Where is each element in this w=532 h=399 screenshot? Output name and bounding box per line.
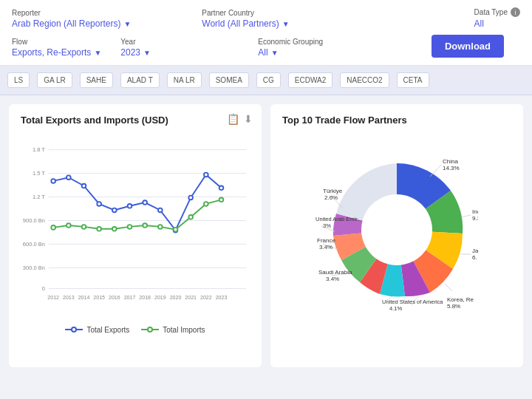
svg-point-46 [174,228,178,232]
economic-grouping-group: Economic Grouping All ▼ [258,38,347,58]
donut-chart-card: Top 10 Trade Flow Partners [270,104,523,367]
filter-row-2: Flow Exports, Re-Exports ▼ Year 2023 ▼ E… [12,35,520,58]
data-type-label: Data Type [474,8,508,16]
svg-point-48 [204,202,208,206]
scroll-item: ECDWA2 [288,72,332,88]
data-type-group: Data Type i All [474,7,520,29]
partner-label: Partner Country [202,9,290,17]
svg-text:2022: 2022 [200,295,212,300]
scroll-item: LS [7,72,30,88]
svg-text:India: India [472,208,478,215]
scroll-item: ALAD T [120,72,160,88]
svg-point-49 [219,197,224,202]
svg-text:United States of America: United States of America [382,299,443,305]
svg-line-55 [430,165,441,177]
svg-point-44 [143,223,147,228]
filter-row-1: Reporter Arab Region (All Reporters) ▼ P… [12,7,520,29]
svg-point-36 [204,173,208,177]
scroll-item: NA LR [167,72,202,88]
svg-text:2013: 2013 [63,295,75,300]
line-chart-card: Total Exports and Imports (USD) 📋 ⬇ 1.8 … [9,104,262,367]
svg-point-53 [148,327,152,332]
download-chart-icon[interactable]: ⬇ [244,113,253,125]
svg-point-39 [66,223,71,228]
svg-text:0: 0 [42,285,45,292]
svg-point-35 [188,196,193,200]
economic-grouping-label: Economic Grouping [258,38,347,46]
svg-point-26 [51,179,55,183]
partner-value: World (All Partners) [202,18,279,29]
svg-text:2017: 2017 [124,295,136,300]
scroll-strip: LS GA LR SAHE ALAD T NA LR SOMEA CG ECDW… [0,66,532,95]
svg-text:United Arab Emir...: United Arab Emir... [316,216,362,222]
svg-text:9.3%: 9.3% [472,215,478,222]
svg-point-47 [188,215,193,219]
year-value: 2023 [120,47,140,58]
svg-point-43 [128,225,132,229]
line-chart-svg-container: 1.8 T 1.5 T 1.2 T 900.0 Bn 600.0 Bn 300.… [21,130,250,322]
svg-point-37 [219,186,224,191]
data-type-label-row: Data Type i [474,7,520,17]
svg-point-45 [158,225,163,229]
svg-point-51 [72,327,76,332]
svg-text:300.0 Bn: 300.0 Bn [23,265,45,271]
svg-text:2018: 2018 [139,295,151,300]
svg-text:France: France [317,237,335,244]
charts-area: Total Exports and Imports (USD) 📋 ⬇ 1.8 … [0,95,532,376]
reporter-label: Reporter [12,9,131,17]
legend-imports-icon [141,325,159,334]
svg-text:2016: 2016 [109,295,120,300]
year-group: Year 2023 ▼ [120,38,209,58]
svg-text:900.0 Bn: 900.0 Bn [23,217,45,224]
download-button[interactable]: Download [432,35,504,58]
svg-text:2019: 2019 [154,295,166,300]
svg-text:2015: 2015 [93,295,105,300]
svg-point-27 [66,175,71,180]
partner-group: Partner Country World (All Partners) ▼ [202,9,290,29]
svg-line-64 [445,284,452,291]
svg-text:3.4%: 3.4% [319,244,332,250]
info-icon[interactable]: i [511,7,520,17]
reporter-arrow-icon: ▼ [123,20,131,28]
legend-exports-icon [65,325,83,334]
donut-chart-title: Top 10 Trade Flow Partners [282,115,511,126]
scroll-item: SAHE [80,72,113,88]
svg-point-42 [112,227,117,231]
scroll-item: CETA [397,72,429,88]
svg-text:6.: 6. [472,254,477,261]
reporter-group: Reporter Arab Region (All Reporters) ▼ [12,9,131,29]
svg-text:14.3%: 14.3% [443,165,460,171]
reporter-select[interactable]: Arab Region (All Reporters) ▼ [12,18,131,29]
svg-text:2020: 2020 [170,295,182,300]
year-arrow-icon: ▼ [143,49,151,57]
scroll-item: GA LR [37,72,72,88]
svg-point-28 [82,184,86,188]
svg-text:2023: 2023 [216,295,228,300]
table-icon[interactable]: 📋 [227,113,239,125]
partner-select[interactable]: World (All Partners) ▼ [202,18,290,29]
svg-text:1.2 T: 1.2 T [33,194,45,200]
svg-point-54 [361,194,432,265]
svg-text:2021: 2021 [185,295,197,300]
svg-text:2012: 2012 [47,295,59,300]
svg-text:2.6%: 2.6% [324,194,338,201]
flow-label: Flow [12,38,101,46]
svg-point-41 [97,227,101,231]
svg-text:China: China [443,158,458,165]
chart-actions: 📋 ⬇ [227,113,253,125]
svg-text:Ja...: Ja... [472,248,478,254]
line-chart-title: Total Exports and Imports (USD) [21,115,250,126]
year-select[interactable]: 2023 ▼ [120,47,209,58]
economic-grouping-select[interactable]: All ▼ [258,47,347,58]
scroll-item: SOMEA [209,72,249,88]
svg-text:1.8 T: 1.8 T [33,146,45,153]
svg-text:2014: 2014 [78,295,90,300]
svg-text:3.4%: 3.4% [326,276,339,282]
flow-value: Exports, Re-Exports [12,47,91,58]
svg-text:Korea, Re: Korea, Re [447,296,474,303]
svg-text:Saudi Arabia: Saudi Arabia [318,269,352,276]
svg-point-32 [143,200,147,205]
flow-arrow-icon: ▼ [94,49,101,57]
flow-select[interactable]: Exports, Re-Exports ▼ [12,47,101,58]
data-type-value: All [474,18,520,29]
